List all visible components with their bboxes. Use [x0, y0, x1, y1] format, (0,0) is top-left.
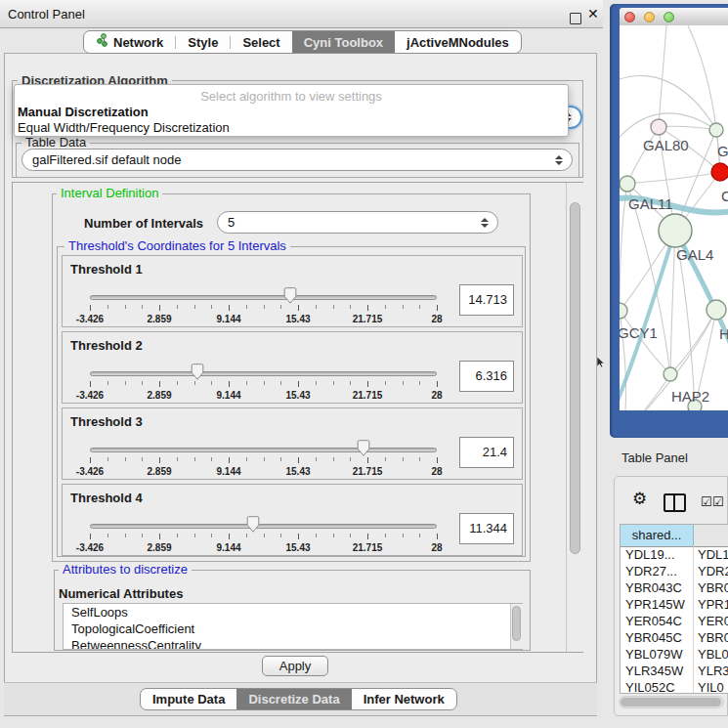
tick-label: -3.426 — [65, 466, 114, 477]
table-row[interactable]: YIL052C YIL0 — [621, 679, 728, 694]
numerical-attributes-list[interactable]: SelfLoopsTopologicalCoefficientBetweenne… — [63, 603, 523, 650]
table-row[interactable]: YLR345W YLR3 — [621, 663, 728, 679]
column-layout-icon[interactable] — [664, 493, 686, 512]
option-manual-discretization[interactable]: Manual Discretization — [18, 105, 149, 119]
tab-jactivemnodules[interactable]: jActiveMNodules — [395, 31, 521, 53]
table-cell[interactable]: YPR1 — [693, 596, 728, 613]
table-cell[interactable]: YLR345W — [621, 663, 693, 679]
attributes-scrollbar[interactable] — [510, 604, 523, 649]
table-cell[interactable]: YDL19... — [621, 546, 693, 563]
node-top-right[interactable] — [709, 123, 723, 137]
table-cell[interactable]: YDL1 — [693, 546, 728, 563]
tick-mark — [142, 457, 143, 461]
table-row[interactable]: YER054C YER0 — [621, 613, 728, 629]
table-cell[interactable]: YIL052C — [621, 679, 693, 694]
apply-button[interactable]: Apply — [262, 656, 328, 676]
threshold-value-input[interactable]: 14.713 — [459, 284, 514, 316]
number-of-intervals-value: 5 — [218, 215, 480, 230]
column-header-shared-name[interactable]: shared... — [621, 525, 694, 546]
table-row[interactable]: YBR043C YBR0 — [621, 579, 728, 596]
attribute-item[interactable]: TopologicalCoefficient — [64, 621, 522, 637]
checkbox-icon[interactable]: ☑ — [712, 495, 724, 508]
tick-label: 9.144 — [204, 390, 253, 401]
float-window-icon[interactable] — [570, 13, 581, 24]
horizontal-scrollbar[interactable] — [619, 696, 724, 708]
table-row[interactable]: YDR27... YDR2 — [621, 563, 728, 579]
table-cell[interactable]: YBR0 — [693, 629, 728, 646]
close-traffic-light-icon[interactable] — [624, 12, 635, 22]
threshold-value-input[interactable]: 11.344 — [459, 513, 514, 544]
network-canvas[interactable]: GAL80GAGAL11CGAL4GCY1HHAP2 — [620, 25, 728, 410]
table-cell[interactable]: YBL0 — [693, 646, 728, 663]
gear-icon[interactable]: ⚙ — [632, 491, 647, 507]
attribute-item[interactable]: SelfLoops — [64, 604, 522, 621]
slider-thumb[interactable] — [283, 287, 297, 304]
scrollbar-thumb[interactable] — [621, 698, 721, 707]
HAP2-node[interactable] — [664, 367, 677, 381]
red-node[interactable] — [711, 163, 728, 181]
tab-select[interactable]: Select — [231, 31, 291, 53]
node-label: H — [719, 325, 728, 342]
table-cell[interactable]: YDR2 — [693, 563, 728, 579]
slider-track[interactable] — [90, 524, 437, 529]
scrollbar-thumb[interactable] — [512, 606, 521, 641]
slider-track[interactable] — [90, 448, 437, 452]
slider-thumb[interactable] — [246, 516, 260, 533]
threshold-value-input[interactable]: 21.4 — [459, 437, 514, 468]
tick-mark — [246, 534, 247, 537]
GAL11-node[interactable] — [620, 176, 635, 192]
table-row[interactable]: YDL19... YDL1 — [621, 546, 728, 563]
minimize-traffic-light-icon[interactable] — [644, 12, 655, 22]
GAL4-node[interactable] — [659, 214, 692, 247]
table-cell[interactable]: YBR045C — [621, 629, 693, 646]
table-row[interactable]: YPR145W YPR1 — [621, 596, 728, 613]
tick-label: 15.43 — [274, 542, 322, 553]
H-node[interactable] — [707, 300, 726, 320]
option-equal-width-frequency[interactable]: Equal Width/Frequency Discretization — [18, 120, 230, 135]
GCY1-node[interactable] — [620, 303, 627, 319]
table-cell[interactable]: YIL0 — [693, 679, 728, 694]
tab-network[interactable]: Network — [84, 31, 175, 53]
attributes-group-title: Attributes to discretize — [59, 563, 192, 576]
GAL80-node[interactable] — [651, 119, 666, 135]
column-header-name[interactable]: na — [694, 525, 728, 546]
slider-thumb[interactable] — [357, 440, 370, 456]
tick-mark — [280, 305, 281, 309]
vertical-scrollbar[interactable] — [566, 183, 583, 652]
control-panel-title: Control Panel — [8, 7, 85, 21]
table-cell[interactable]: YPR145W — [621, 596, 693, 613]
zoom-traffic-light-icon[interactable] — [664, 12, 674, 22]
table-cell[interactable]: YBR0 — [693, 579, 728, 596]
table-cell[interactable]: YER0 — [693, 613, 728, 629]
tick-mark — [298, 381, 299, 387]
tab-impute-data[interactable]: Impute Data — [141, 689, 236, 709]
combo-arrows-icon — [554, 155, 563, 165]
tab-style[interactable]: Style — [176, 31, 230, 53]
table-data-combobox[interactable]: galFiltered.sif default node — [21, 149, 573, 171]
table-row[interactable]: YBL079W YBL0 — [621, 646, 728, 663]
threshold-value-input[interactable]: 6.316 — [459, 361, 514, 392]
tab-infer-network[interactable]: Infer Network — [352, 689, 456, 709]
slider-track[interactable] — [90, 295, 437, 300]
table-cell[interactable]: YER054C — [621, 613, 693, 629]
table-cell[interactable]: YDR27... — [621, 563, 693, 579]
attribute-item[interactable]: BetweennessCentrality — [64, 637, 522, 650]
tick-mark — [367, 305, 368, 311]
checkbox-icon[interactable]: ☑ — [701, 495, 712, 508]
tick-label: -3.426 — [65, 542, 114, 553]
table-cell[interactable]: YLR3 — [693, 663, 728, 679]
close-icon[interactable]: ✕ — [587, 6, 599, 21]
tick-label: 9.144 — [204, 466, 253, 477]
table-cell[interactable]: YBR043C — [621, 579, 693, 596]
tick-mark — [211, 381, 212, 385]
network-window-titlebar[interactable] — [620, 8, 728, 26]
number-of-intervals-combobox[interactable]: 5 — [217, 211, 498, 234]
tab-cyni-toolbox[interactable]: Cyni Toolbox — [292, 31, 395, 53]
network-icon — [96, 32, 108, 53]
table-cell[interactable]: YBL079W — [621, 646, 693, 663]
slider-track[interactable] — [90, 371, 437, 376]
slider-thumb[interactable] — [191, 364, 204, 380]
scrollbar-thumb[interactable] — [570, 202, 580, 554]
table-row[interactable]: YBR045C YBR0 — [621, 629, 728, 646]
tab-discretize-data[interactable]: Discretize Data — [236, 689, 351, 709]
